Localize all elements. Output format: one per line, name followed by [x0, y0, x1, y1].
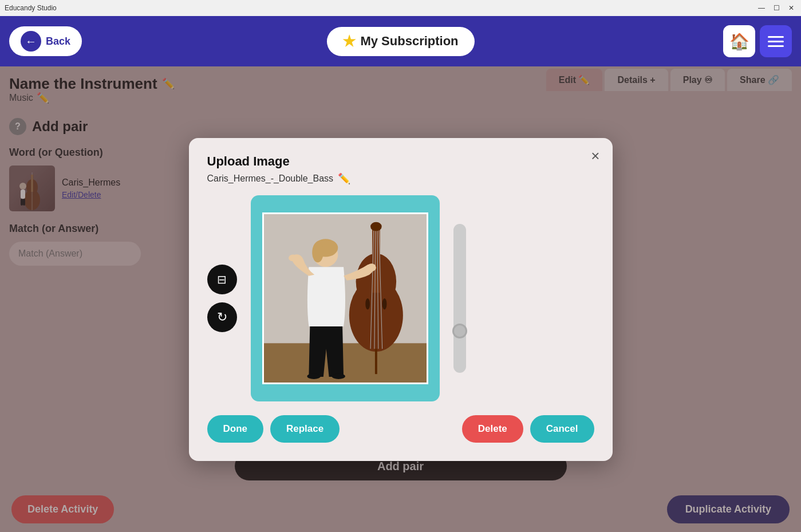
svg-rect-9 — [264, 343, 427, 383]
done-button[interactable]: Done — [207, 415, 264, 443]
modal-close-button[interactable]: × — [591, 148, 599, 163]
header-right: 🏠 — [723, 25, 792, 57]
modal-filename-row: Caris_Hermes_-_Double_Bass ✏️ — [207, 172, 594, 185]
modal-actions: Done Replace Delete Cancel — [207, 415, 594, 443]
modal-title: Upload Image — [207, 154, 594, 169]
close-button[interactable]: ✕ — [786, 3, 796, 13]
svg-point-13 — [365, 298, 370, 310]
star-icon: ★ — [342, 33, 356, 50]
done-label: Done — [223, 423, 248, 434]
replace-button[interactable]: Replace — [270, 415, 340, 443]
menu-line-2 — [768, 41, 784, 42]
menu-line-1 — [768, 36, 784, 38]
crop-icon: ⊟ — [217, 273, 227, 286]
maximize-button[interactable]: ☐ — [771, 3, 782, 13]
rotate-icon: ↻ — [217, 310, 227, 325]
titlebar-controls: — ☐ ✕ — [756, 3, 796, 13]
modal-overlay: Upload Image Caris_Hermes_-_Double_Bass … — [0, 66, 801, 532]
image-placeholder — [264, 214, 427, 383]
title-bar: Educandy Studio — ☐ ✕ — [0, 0, 801, 16]
back-button[interactable]: ← Back — [9, 26, 82, 56]
image-canvas-wrapper — [251, 195, 440, 401]
replace-label: Replace — [286, 423, 323, 434]
content-area: Name the Instrument ✏️ Edit ✏️ Details +… — [0, 66, 801, 532]
menu-line-3 — [768, 45, 784, 47]
modal-filename: Caris_Hermes_-_Double_Bass — [207, 174, 334, 184]
subscription-button[interactable]: ★ My Subscription — [326, 27, 474, 56]
svg-point-14 — [382, 298, 386, 310]
header: ← Back ★ My Subscription 🏠 — [0, 16, 801, 66]
zoom-slider-thumb[interactable] — [452, 324, 467, 338]
cancel-label: Cancel — [546, 423, 578, 434]
svg-point-26 — [307, 373, 321, 379]
edit-filename-icon[interactable]: ✏️ — [338, 172, 350, 185]
svg-point-19 — [370, 222, 382, 231]
svg-point-25 — [367, 263, 376, 271]
svg-point-27 — [332, 373, 345, 379]
rotate-tool-button[interactable]: ↻ — [207, 302, 237, 332]
modal-image-area: ⊟ ↻ — [207, 195, 594, 401]
svg-point-23 — [312, 242, 323, 262]
menu-button[interactable] — [760, 25, 792, 57]
cancel-button[interactable]: Cancel — [530, 415, 594, 443]
minimize-button[interactable]: — — [756, 3, 767, 13]
subscription-label: My Subscription — [360, 34, 458, 49]
back-arrow-icon: ← — [21, 31, 41, 52]
app-title: Educandy Studio — [5, 4, 57, 12]
delete-label: Delete — [478, 423, 507, 434]
modal-tools: ⊟ ↻ — [207, 265, 237, 332]
svg-point-24 — [289, 254, 298, 261]
back-label: Back — [46, 36, 70, 48]
modal: Upload Image Caris_Hermes_-_Double_Bass … — [189, 138, 613, 461]
zoom-slider-track[interactable] — [453, 224, 466, 373]
close-icon: × — [591, 147, 599, 164]
home-icon: 🏠 — [729, 32, 749, 51]
double-bass-image-svg — [264, 214, 427, 383]
image-crop-area — [262, 212, 428, 384]
home-button[interactable]: 🏠 — [723, 25, 755, 57]
delete-image-button[interactable]: Delete — [462, 415, 523, 443]
crop-tool-button[interactable]: ⊟ — [207, 265, 237, 294]
